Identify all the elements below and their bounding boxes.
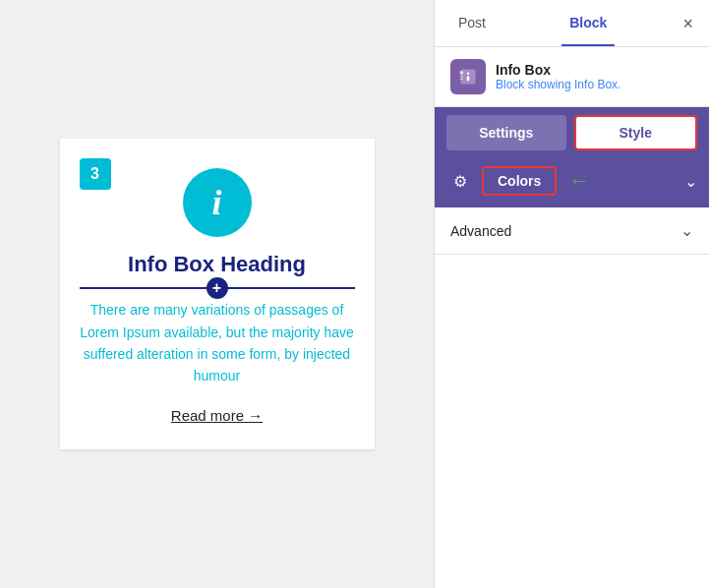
close-icon[interactable]: × <box>682 15 693 32</box>
tab-post[interactable]: Post <box>450 0 494 46</box>
svg-rect-5 <box>460 79 463 80</box>
block-info-text: Info Box Block showing Info Box. <box>496 62 620 91</box>
info-icon-letter: i <box>211 182 221 223</box>
info-icon-circle: i <box>183 168 252 237</box>
colors-row: ⚙ Colors ← ⌄ <box>435 158 709 207</box>
badge-number: 3 <box>80 158 111 190</box>
info-box-icon <box>458 67 478 87</box>
settings-button[interactable]: Settings <box>446 115 566 150</box>
colors-badge-button[interactable]: Colors <box>482 166 557 196</box>
chevron-down-icon[interactable]: ⌄ <box>684 172 697 191</box>
divider-line: + <box>80 287 355 289</box>
gear-icon[interactable]: ⚙ <box>446 167 474 195</box>
svg-point-1 <box>467 72 470 75</box>
svg-rect-4 <box>460 76 463 77</box>
block-description: There are many variations of passages of… <box>80 299 355 387</box>
tab-block[interactable]: Block <box>561 0 615 46</box>
block-desc-label: Block showing Info Box. <box>496 78 620 91</box>
svg-rect-2 <box>467 76 470 81</box>
block-info: Info Box Block showing Info Box. <box>435 47 709 107</box>
panel-tabs: Post Block × <box>435 0 709 47</box>
block-info-icon <box>450 59 486 94</box>
style-button[interactable]: Style <box>574 115 698 150</box>
style-settings-bar: Settings Style <box>435 107 709 158</box>
block-heading: Info Box Heading <box>80 252 355 277</box>
advanced-label: Advanced <box>450 223 511 239</box>
advanced-chevron-icon: ⌄ <box>680 221 693 240</box>
advanced-section[interactable]: Advanced ⌄ <box>435 207 709 255</box>
svg-rect-3 <box>460 71 463 74</box>
block-name-label: Info Box <box>496 62 620 78</box>
add-block-button[interactable]: + <box>207 277 228 299</box>
settings-panel: Post Block × Info Box Block showing Info… <box>434 0 709 588</box>
arrow-indicator-icon: ← <box>568 168 590 194</box>
editor-area: 3 i Info Box Heading + There are many va… <box>0 0 434 588</box>
read-more-link[interactable]: Read more → <box>171 407 263 424</box>
block-card: 3 i Info Box Heading + There are many va… <box>60 139 375 449</box>
